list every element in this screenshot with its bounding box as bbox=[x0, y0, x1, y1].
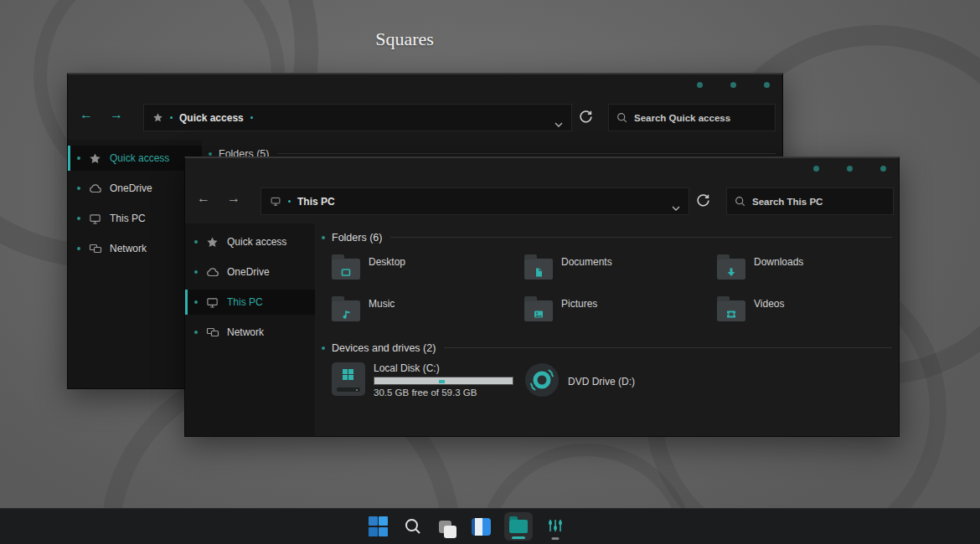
title-bar[interactable] bbox=[68, 74, 782, 98]
active-indicator bbox=[512, 536, 525, 539]
section-expander-icon[interactable] bbox=[209, 152, 212, 156]
section-expander-icon[interactable] bbox=[322, 346, 325, 350]
search-input[interactable] bbox=[634, 113, 767, 123]
section-header-devices[interactable]: Devices and drives (2) bbox=[315, 341, 899, 355]
close-button[interactable] bbox=[764, 82, 770, 88]
taskbar-search-button[interactable] bbox=[401, 512, 425, 541]
folder-tile-documents[interactable]: Documents bbox=[524, 252, 717, 289]
tree-expander-icon[interactable] bbox=[194, 270, 198, 274]
search-input[interactable] bbox=[752, 197, 885, 207]
drive-name: DVD Drive (D:) bbox=[568, 376, 635, 387]
folder-label: Music bbox=[369, 298, 395, 331]
cloud-icon bbox=[88, 182, 102, 194]
tree-expander-icon[interactable] bbox=[77, 247, 80, 250]
sidebar-item-network[interactable]: Network bbox=[185, 320, 315, 345]
forward-button[interactable]: → bbox=[110, 108, 123, 121]
section-title: Devices and drives (2) bbox=[332, 342, 436, 354]
folder-tile-downloads[interactable]: Downloads bbox=[717, 252, 910, 289]
folder-tile-pictures[interactable]: Pictures bbox=[524, 294, 717, 331]
navigation-pane: Quick access OneDrive This PC Network bbox=[185, 223, 315, 436]
sidebar-item-onedrive[interactable]: OneDrive bbox=[68, 176, 202, 201]
search-icon bbox=[735, 196, 745, 207]
chevron-down-icon[interactable] bbox=[672, 199, 680, 214]
chevron-down-icon[interactable] bbox=[554, 115, 563, 131]
windows-start-icon bbox=[369, 516, 389, 536]
dvd-disc-icon bbox=[524, 362, 560, 401]
forward-button[interactable]: → bbox=[227, 192, 240, 205]
file-explorer-active-icon bbox=[509, 520, 528, 533]
section-title: Folders (6) bbox=[332, 232, 382, 244]
downloads-folder-icon bbox=[717, 259, 745, 280]
tree-expander-icon[interactable] bbox=[194, 240, 198, 244]
search-box[interactable] bbox=[726, 187, 894, 215]
window-controls bbox=[813, 166, 886, 172]
maximize-button[interactable] bbox=[730, 82, 736, 88]
folders-grid: Desktop Documents Downloads Music bbox=[332, 252, 899, 331]
folder-label: Documents bbox=[561, 256, 612, 289]
drive-tile-local-disk[interactable]: Local Disk (C:) 30.5 GB free of 59.3 GB bbox=[332, 362, 524, 401]
sidebar-item-onedrive[interactable]: OneDrive bbox=[185, 259, 315, 285]
sidebar-item-network[interactable]: Network bbox=[68, 236, 202, 261]
file-explorer-active-button[interactable] bbox=[504, 512, 533, 541]
videos-folder-icon bbox=[717, 300, 745, 321]
task-view-button[interactable] bbox=[436, 512, 459, 541]
folder-tile-music[interactable]: Music bbox=[332, 294, 524, 331]
sidebar-item-this-pc[interactable]: This PC bbox=[185, 290, 315, 315]
section-header-folders[interactable]: Folders (6) bbox=[315, 230, 899, 244]
star-icon bbox=[205, 236, 219, 249]
back-button[interactable]: ← bbox=[197, 192, 210, 205]
sidebar-item-label: Quick access bbox=[227, 236, 286, 248]
hard-drive-icon bbox=[332, 362, 365, 396]
monitor-icon bbox=[205, 296, 219, 309]
drives-grid: Local Disk (C:) 30.5 GB free of 59.3 GB bbox=[332, 362, 899, 401]
file-explorer-button[interactable] bbox=[470, 512, 493, 541]
breadcrumb-separator-icon bbox=[288, 200, 291, 203]
section-divider bbox=[390, 237, 892, 238]
drive-tile-dvd[interactable]: DVD Drive (D:) bbox=[524, 362, 635, 401]
drive-name: Local Disk (C:) bbox=[374, 362, 513, 374]
cloud-icon bbox=[205, 266, 219, 278]
star-icon bbox=[88, 152, 102, 165]
refresh-icon[interactable] bbox=[696, 193, 710, 211]
address-bar[interactable]: Quick access bbox=[143, 104, 572, 131]
start-button[interactable] bbox=[367, 512, 390, 541]
equalizer-icon bbox=[546, 518, 565, 535]
taskbar bbox=[0, 508, 980, 544]
sidebar-item-label: Network bbox=[110, 243, 147, 254]
search-box[interactable] bbox=[608, 104, 776, 131]
breadcrumb[interactable]: Quick access bbox=[179, 112, 244, 124]
task-view-icon bbox=[436, 516, 458, 537]
title-bar[interactable] bbox=[185, 158, 899, 182]
tree-expander-icon[interactable] bbox=[77, 157, 80, 160]
folder-label: Desktop bbox=[369, 256, 405, 289]
minimize-button[interactable] bbox=[813, 166, 819, 172]
tree-expander-icon[interactable] bbox=[194, 300, 198, 304]
address-bar[interactable]: This PC bbox=[260, 187, 689, 215]
folder-label: Pictures bbox=[561, 298, 597, 331]
desktop-folder-icon bbox=[332, 259, 360, 280]
window-controls bbox=[697, 82, 770, 88]
maximize-button[interactable] bbox=[847, 166, 853, 172]
sidebar-item-quick-access[interactable]: Quick access bbox=[185, 229, 315, 254]
tree-expander-icon[interactable] bbox=[194, 331, 198, 334]
minimize-button[interactable] bbox=[697, 82, 703, 88]
folder-tile-videos[interactable]: Videos bbox=[717, 294, 910, 331]
capacity-bar bbox=[374, 377, 513, 385]
sidebar-item-quick-access[interactable]: Quick access bbox=[68, 146, 202, 171]
breadcrumb[interactable]: This PC bbox=[297, 196, 335, 208]
network-icon bbox=[88, 243, 102, 254]
sidebar-item-this-pc[interactable]: This PC bbox=[68, 206, 202, 231]
sidebar-item-label: OneDrive bbox=[110, 182, 152, 194]
sidebar-item-label: OneDrive bbox=[227, 266, 270, 278]
back-button[interactable]: ← bbox=[80, 108, 93, 121]
tree-expander-icon[interactable] bbox=[77, 217, 80, 220]
tree-expander-icon[interactable] bbox=[77, 187, 80, 190]
folder-label: Videos bbox=[754, 298, 784, 331]
equalizer-app-button[interactable] bbox=[544, 512, 567, 541]
close-button[interactable] bbox=[880, 166, 886, 172]
sidebar-item-label: Quick access bbox=[110, 152, 169, 164]
refresh-icon[interactable] bbox=[579, 110, 593, 127]
folder-tile-desktop[interactable]: Desktop bbox=[332, 252, 524, 289]
pictures-folder-icon bbox=[524, 300, 553, 321]
section-expander-icon[interactable] bbox=[322, 236, 325, 239]
